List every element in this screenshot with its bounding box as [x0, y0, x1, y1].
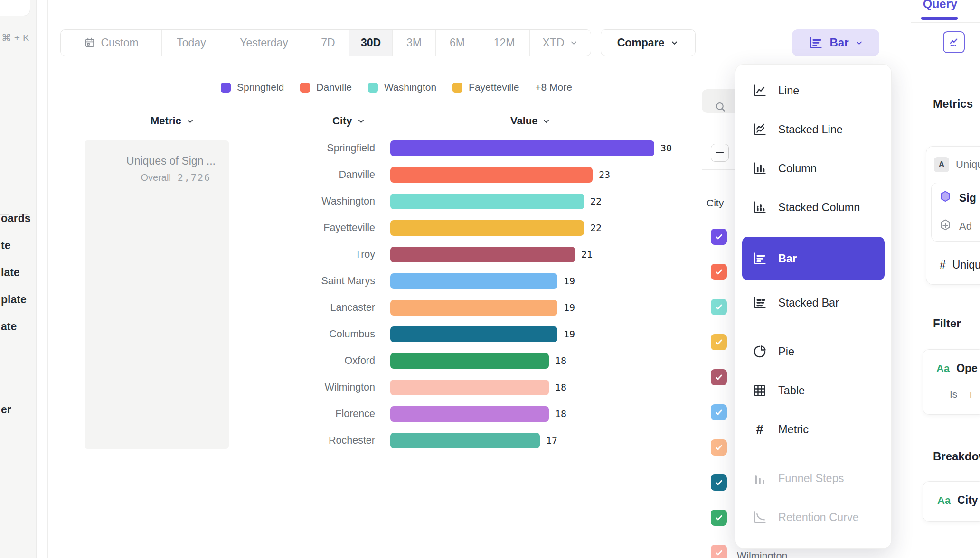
menu-item-column[interactable]: Column [735, 149, 891, 188]
range-xtd[interactable]: XTD [529, 30, 591, 56]
bar-value: 30 [660, 142, 672, 154]
range-3m[interactable]: 3M [392, 30, 435, 56]
range-12m[interactable]: 12M [479, 30, 529, 56]
filter-operator-row[interactable]: Is i [950, 389, 972, 400]
sidebar-item[interactable]: late [1, 266, 20, 279]
filter-card: Aa Ope Is i [923, 349, 980, 415]
date-range-control: CustomTodayYesterday7D30D3M6M12MXTD [60, 29, 591, 56]
breakdown-row[interactable]: Aa City [937, 494, 978, 507]
series-checkbox[interactable] [711, 264, 727, 280]
menu-item-line[interactable]: Line [735, 71, 891, 110]
range-today[interactable]: Today [161, 30, 221, 56]
sidebar-item[interactable]: te [1, 239, 10, 252]
metrics-card: A Uniqu Sig Ad # Uniqu [926, 146, 980, 285]
menu-item-stacked-line[interactable]: Stacked Line [735, 110, 891, 149]
menu-item-bar[interactable]: Bar [742, 237, 885, 280]
bar[interactable] [390, 247, 575, 262]
insights-chart-icon[interactable] [943, 31, 965, 53]
add-event-row[interactable]: Ad [938, 218, 972, 234]
range-30d[interactable]: 30D [349, 30, 392, 56]
bar-value: 19 [564, 302, 575, 313]
bar[interactable] [390, 194, 584, 209]
city-label: Danville [62, 169, 375, 181]
bar[interactable] [390, 326, 557, 342]
filter-property-row[interactable]: Aa Ope [936, 362, 978, 375]
series-checkbox[interactable] [711, 510, 727, 526]
legend-item[interactable]: Washington [368, 82, 436, 93]
series-checkbox[interactable] [711, 404, 727, 420]
breakdown-heading: Breakdown [933, 450, 980, 463]
chart-type-button[interactable]: Bar [792, 29, 879, 56]
legend-item[interactable]: Fayetteville [452, 82, 519, 93]
series-checkbox[interactable] [711, 439, 727, 456]
chart-row: Columbus19 [62, 321, 700, 347]
bar-value: 19 [564, 275, 575, 287]
chart-row: Lancaster19 [62, 294, 700, 321]
range-6m[interactable]: 6M [435, 30, 479, 56]
series-checkbox[interactable] [711, 299, 727, 315]
menu-item-table[interactable]: Table [735, 371, 891, 410]
series-checkbox[interactable] [711, 369, 727, 385]
legend-swatch [368, 83, 378, 93]
chevron-down-icon [186, 117, 195, 126]
city-label: Fayetteville [62, 222, 375, 234]
bar[interactable] [390, 380, 549, 395]
sidebar-item[interactable]: plate [1, 293, 27, 306]
menu-item-pie[interactable]: Pie [735, 332, 891, 371]
bar[interactable] [390, 300, 557, 316]
indeterminate-mark [716, 152, 724, 153]
bar[interactable] [390, 433, 540, 448]
range-yesterday[interactable]: Yesterday [221, 30, 307, 56]
event-row[interactable]: Sig [938, 190, 976, 206]
sidebar-search-card[interactable] [0, 0, 30, 16]
metric-formula-row[interactable]: A Uniqu [934, 157, 980, 172]
menu-divider [735, 327, 891, 327]
bar[interactable] [390, 273, 557, 289]
bar-value: 23 [599, 169, 610, 180]
column-header-metric[interactable]: Metric [151, 115, 195, 127]
range-custom[interactable]: Custom [61, 30, 161, 56]
bar-value: 18 [555, 355, 566, 366]
legend-item[interactable]: Danville [300, 82, 352, 93]
chart-legend: SpringfieldDanvilleWashingtonFayettevill… [81, 82, 712, 93]
bar[interactable] [390, 140, 654, 156]
select-all-checkbox[interactable] [711, 144, 729, 162]
tab-query[interactable]: Query [921, 0, 959, 11]
compare-button[interactable]: Compare [601, 29, 696, 56]
menu-item-stacked-column[interactable]: Stacked Column [735, 188, 891, 227]
bar[interactable] [390, 220, 584, 236]
filter-heading: Filter [933, 317, 961, 330]
calendar-icon [84, 37, 96, 49]
string-type-icon: Aa [936, 363, 950, 375]
sidebar-item[interactable]: oards [1, 212, 31, 225]
bar[interactable] [390, 406, 549, 422]
sidebar-item[interactable]: ate [1, 320, 17, 333]
bar-value: 22 [590, 222, 602, 233]
series-checkbox[interactable] [711, 545, 727, 558]
column-header-city[interactable]: City [332, 115, 366, 127]
city-label: Florence [62, 408, 375, 420]
legend-item[interactable]: Springfield [221, 82, 284, 93]
legend-swatch [452, 83, 462, 93]
chart-type-menu: LineStacked LineColumnStacked ColumnBarS… [735, 64, 892, 549]
series-checkbox[interactable] [711, 229, 727, 245]
keyboard-shortcut-hint: ⌘ + K [1, 32, 29, 44]
bar-value: 21 [581, 249, 593, 260]
menu-item-stacked-bar[interactable]: Stacked Bar [735, 283, 891, 322]
city-label: Springfield [62, 142, 375, 154]
bar-chart-icon [808, 35, 824, 51]
series-checkbox[interactable] [711, 474, 727, 491]
compare-label: Compare [617, 37, 665, 49]
bar[interactable] [390, 167, 593, 183]
bar[interactable] [390, 353, 549, 369]
menu-item-metric[interactable]: #Metric [735, 410, 891, 449]
chevron-down-icon [855, 38, 864, 47]
series-row-label: Wilmington [737, 550, 787, 558]
city-label: Wilmington [62, 381, 375, 393]
count-row[interactable]: # Uniqu [940, 259, 980, 271]
sidebar-item[interactable]: er [1, 403, 11, 416]
range-7d[interactable]: 7D [307, 30, 349, 56]
column-header-value[interactable]: Value [510, 115, 551, 127]
legend-more[interactable]: +8 More [535, 82, 572, 93]
series-checkbox[interactable] [711, 334, 727, 350]
